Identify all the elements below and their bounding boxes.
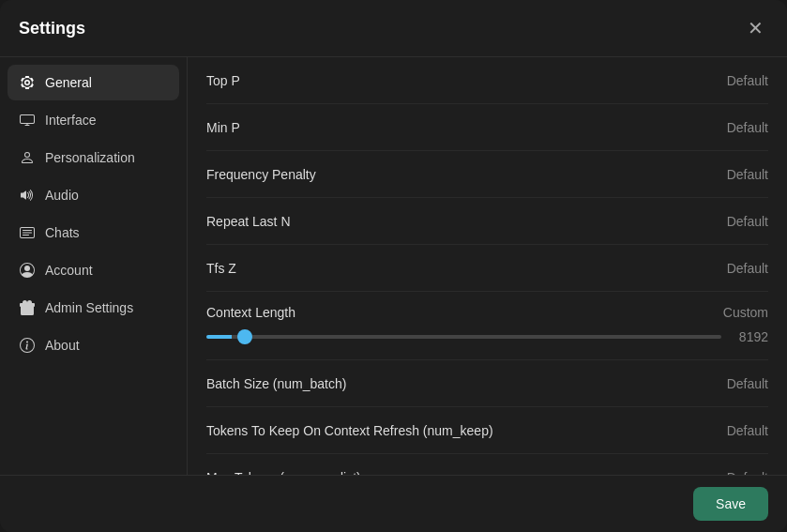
modal-body: General Interface Personalization <box>0 57 787 475</box>
audio-icon <box>19 187 36 204</box>
batch-size-value: Default <box>727 376 768 391</box>
tokens-keep-label: Tokens To Keep On Context Refresh (num_k… <box>206 423 493 438</box>
sidebar-item-about[interactable]: About <box>8 327 179 363</box>
settings-row-max-tokens: Max Tokens (num_predict) Default <box>206 454 768 475</box>
context-length-value-label: Custom <box>723 305 768 320</box>
sidebar-item-general[interactable]: General <box>8 65 179 100</box>
sidebar: General Interface Personalization <box>0 57 188 475</box>
info-icon <box>19 337 36 354</box>
settings-modal: Settings ✕ General <box>0 0 787 532</box>
gear-icon <box>19 74 36 91</box>
min-p-label: Min P <box>206 120 240 135</box>
sidebar-item-audio[interactable]: Audio <box>8 177 179 213</box>
account-icon <box>19 262 36 279</box>
min-p-value: Default <box>727 120 768 135</box>
repeat-last-n-label: Repeat Last N <box>206 214 291 229</box>
sidebar-item-account-label: Account <box>45 263 93 278</box>
max-tokens-label: Max Tokens (num_predict) <box>206 470 361 476</box>
modal-title: Settings <box>19 19 85 38</box>
sidebar-item-about-label: About <box>45 338 80 353</box>
settings-content: Top P Default Min P Default Frequency Pe… <box>188 57 787 475</box>
admin-icon <box>19 299 36 316</box>
sidebar-item-chats[interactable]: Chats <box>8 215 179 251</box>
settings-row-frequency-penalty: Frequency Penalty Default <box>206 151 768 198</box>
monitor-icon <box>19 112 36 129</box>
sidebar-item-personalization[interactable]: Personalization <box>8 140 179 175</box>
top-p-label: Top P <box>206 73 240 88</box>
repeat-last-n-value: Default <box>727 214 768 229</box>
tfs-z-value: Default <box>727 261 768 276</box>
modal-header: Settings ✕ <box>0 0 787 57</box>
settings-row-top-p: Top P Default <box>206 57 768 104</box>
modal-footer: Save <box>0 475 787 532</box>
sidebar-item-account[interactable]: Account <box>8 252 179 288</box>
tokens-keep-value: Default <box>727 423 768 438</box>
top-p-value: Default <box>727 73 768 88</box>
sidebar-item-audio-label: Audio <box>45 188 79 203</box>
chat-icon <box>19 224 36 241</box>
close-button[interactable]: ✕ <box>742 15 768 41</box>
context-length-section: Context Length Custom 8192 <box>206 292 768 360</box>
frequency-penalty-value: Default <box>727 167 768 182</box>
settings-row-tfs-z: Tfs Z Default <box>206 245 768 292</box>
save-button[interactable]: Save <box>693 487 768 521</box>
frequency-penalty-label: Frequency Penalty <box>206 167 316 182</box>
tfs-z-label: Tfs Z <box>206 261 236 276</box>
batch-size-label: Batch Size (num_batch) <box>206 376 346 391</box>
context-length-slider[interactable] <box>206 335 721 339</box>
context-length-slider-container: 8192 <box>206 329 768 354</box>
context-length-label: Context Length <box>206 305 295 320</box>
sidebar-item-general-label: General <box>45 75 92 90</box>
context-length-slider-value: 8192 <box>731 329 768 344</box>
sidebar-item-chats-label: Chats <box>45 225 80 240</box>
settings-row-batch-size: Batch Size (num_batch) Default <box>206 360 768 407</box>
settings-row-repeat-last-n: Repeat Last N Default <box>206 198 768 245</box>
settings-row-tokens-keep: Tokens To Keep On Context Refresh (num_k… <box>206 407 768 454</box>
sidebar-item-personalization-label: Personalization <box>45 150 135 165</box>
person-icon <box>19 149 36 166</box>
sidebar-item-interface[interactable]: Interface <box>8 102 179 138</box>
max-tokens-value: Default <box>727 470 768 476</box>
settings-row-min-p: Min P Default <box>206 104 768 151</box>
sidebar-item-admin-settings-label: Admin Settings <box>45 300 133 315</box>
context-length-header: Context Length Custom <box>206 305 768 320</box>
sidebar-item-interface-label: Interface <box>45 113 96 128</box>
sidebar-item-admin-settings[interactable]: Admin Settings <box>8 290 179 326</box>
